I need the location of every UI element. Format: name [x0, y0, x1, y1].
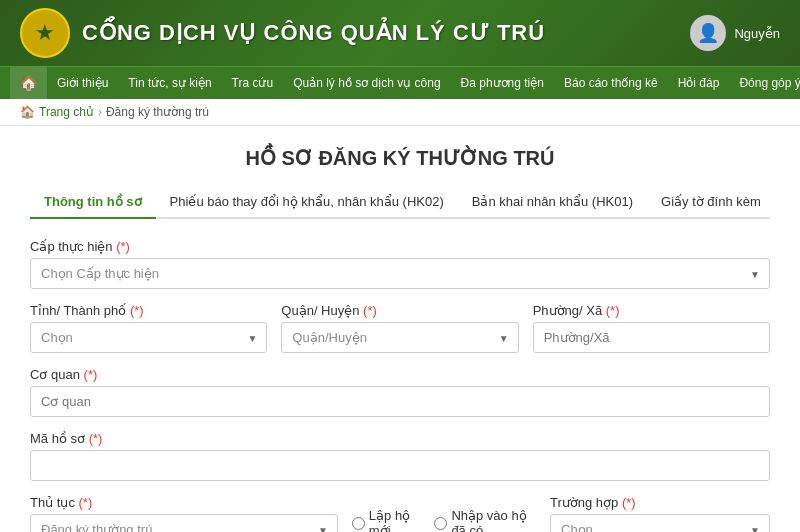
- thu-tuc-required: (*): [79, 495, 93, 510]
- required-marker: (*): [116, 239, 130, 254]
- quan-huyen-select-wrapper: Quận/Huyện: [281, 322, 518, 353]
- radio-nhap-vao-ho[interactable]: Nhập vào hộ đã có: [434, 508, 536, 532]
- breadcrumb-home[interactable]: Trang chủ: [39, 105, 94, 119]
- cap-thuc-hien-label: Cấp thực hiện (*): [30, 239, 770, 254]
- truong-hop-select-wrapper: Chọn: [550, 514, 770, 532]
- truong-hop-group: Trường hợp (*) Chọn: [550, 495, 770, 532]
- phuong-xa-label: Phường/ Xã (*): [533, 303, 770, 318]
- form-section: Cấp thực hiện (*) Chọn Cấp thực hiện Tỉn…: [30, 239, 770, 532]
- ma-ho-so-group: Mã hồ sơ (*): [30, 431, 770, 481]
- nav-tra-cuu[interactable]: Tra cứu: [222, 68, 284, 98]
- tab-thong-tin[interactable]: Thông tin hồ sơ: [30, 186, 156, 219]
- user-name: Nguyễn: [734, 26, 780, 41]
- tabs: Thông tin hồ sơ Phiếu báo thay đổi hộ kh…: [30, 186, 770, 219]
- truong-hop-label: Trường hợp (*): [550, 495, 770, 510]
- ma-ho-so-label: Mã hồ sơ (*): [30, 431, 770, 446]
- nav-home[interactable]: 🏠: [10, 67, 47, 99]
- nav-hoi-dap[interactable]: Hỏi đáp: [668, 68, 730, 98]
- page-title: HỒ SƠ ĐĂNG KÝ THƯỜNG TRÚ: [30, 146, 770, 170]
- thu-tuc-select[interactable]: Đăng ký thường trú: [30, 514, 338, 532]
- co-quan-input[interactable]: [30, 386, 770, 417]
- quan-huyen-group: Quận/ Huyện (*) Quận/Huyện: [281, 303, 518, 353]
- quan-huyen-label: Quận/ Huyện (*): [281, 303, 518, 318]
- ma-ho-so-input[interactable]: [30, 450, 770, 481]
- radio-nhap-vao-ho-input[interactable]: [434, 517, 447, 530]
- thu-tuc-select-wrapper: Đăng ký thường trú: [30, 514, 338, 532]
- phuong-xa-group: Phường/ Xã (*): [533, 303, 770, 353]
- cap-thuc-hien-group: Cấp thực hiện (*) Chọn Cấp thực hiện: [30, 239, 770, 289]
- nav-da-phuong-tien[interactable]: Đa phương tiện: [451, 68, 554, 98]
- tab-phieu-bao[interactable]: Phiếu báo thay đổi hộ khẩu, nhân khẩu (H…: [156, 186, 458, 219]
- cap-thuc-hien-select[interactable]: Chọn Cấp thực hiện: [30, 258, 770, 289]
- phuong-xa-input[interactable]: [533, 322, 770, 353]
- tinh-group: Tỉnh/ Thành phố (*) Chọn: [30, 303, 267, 353]
- truong-hop-required: (*): [622, 495, 636, 510]
- avatar: 👤: [690, 15, 726, 51]
- ma-ho-so-required: (*): [89, 431, 103, 446]
- radio-lap-ho-moi-input[interactable]: [352, 517, 365, 530]
- location-row: Tỉnh/ Thành phố (*) Chọn Quận/ Huyện (*)…: [30, 303, 770, 353]
- star-icon: ★: [35, 20, 55, 46]
- tinh-select[interactable]: Chọn: [30, 322, 267, 353]
- tinh-required: (*): [130, 303, 144, 318]
- header-right: 👤 Nguyễn: [690, 15, 780, 51]
- bottom-section: Thủ tục (*) Đăng ký thường trú Lập hộ mớ…: [30, 495, 770, 532]
- tab-giay-to[interactable]: Giấy tờ đính kèm: [647, 186, 775, 219]
- tab-ban-khai[interactable]: Bản khai nhân khẩu (HK01): [458, 186, 647, 219]
- co-quan-required: (*): [84, 367, 98, 382]
- cap-thuc-hien-select-wrapper: Chọn Cấp thực hiện: [30, 258, 770, 289]
- co-quan-group: Cơ quan (*): [30, 367, 770, 417]
- quan-huyen-select[interactable]: Quận/Huyện: [281, 322, 518, 353]
- breadcrumb-current: Đăng ký thường trú: [106, 105, 209, 119]
- bottom-left: Thủ tục (*) Đăng ký thường trú Lập hộ mớ…: [30, 495, 536, 532]
- tinh-select-wrapper: Chọn: [30, 322, 267, 353]
- nav-gioi-thieu[interactable]: Giới thiệu: [47, 68, 118, 98]
- nav-quan-ly[interactable]: Quản lý hồ sơ dịch vụ công: [283, 68, 450, 98]
- nav-bao-cao[interactable]: Báo cáo thống kê: [554, 68, 668, 98]
- breadcrumb: 🏠 Trang chủ › Đăng ký thường trú: [0, 99, 800, 126]
- nav-bar: 🏠 Giới thiệu Tin tức, sự kiện Tra cứu Qu…: [0, 66, 800, 99]
- home-icon-small: 🏠: [20, 105, 35, 119]
- radio-group: Lập hộ mới Nhập vào hộ đã có: [352, 508, 536, 532]
- header-left: ★ CỔNG DỊCH VỤ CÔNG QUẢN LÝ CƯ TRÚ: [20, 8, 545, 58]
- home-icon: 🏠: [20, 75, 37, 91]
- nav-tin-tuc[interactable]: Tin tức, sự kiện: [118, 68, 221, 98]
- thu-tuc-label: Thủ tục (*): [30, 495, 338, 510]
- co-quan-label: Cơ quan (*): [30, 367, 770, 382]
- logo: ★: [20, 8, 70, 58]
- thu-tuc-group: Thủ tục (*) Đăng ký thường trú: [30, 495, 338, 532]
- header: ★ CỔNG DỊCH VỤ CÔNG QUẢN LÝ CƯ TRÚ 👤 Ngu…: [0, 0, 800, 66]
- truong-hop-select[interactable]: Chọn: [550, 514, 770, 532]
- breadcrumb-separator: ›: [98, 105, 102, 119]
- phuong-xa-required: (*): [606, 303, 620, 318]
- tinh-label: Tỉnh/ Thành phố (*): [30, 303, 267, 318]
- header-title: CỔNG DỊCH VỤ CÔNG QUẢN LÝ CƯ TRÚ: [82, 20, 545, 46]
- quan-huyen-required: (*): [363, 303, 377, 318]
- nav-dong-gop[interactable]: Đóng góp ý kiến: [729, 68, 800, 98]
- radio-lap-ho-moi[interactable]: Lập hộ mới: [352, 508, 419, 532]
- main-content: HỒ SƠ ĐĂNG KÝ THƯỜNG TRÚ Thông tin hồ sơ…: [0, 126, 800, 532]
